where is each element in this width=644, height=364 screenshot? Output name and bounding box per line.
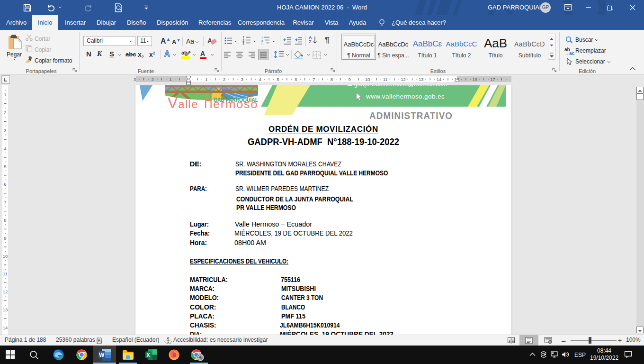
- svg-text:13: 13: [419, 77, 424, 82]
- svg-text:9: 9: [349, 77, 351, 82]
- svg-text:11: 11: [3, 271, 8, 276]
- svg-text:1: 1: [170, 77, 172, 82]
- svg-text:3: 3: [4, 128, 6, 133]
- svg-text:2: 2: [223, 77, 225, 82]
- svg-text:4: 4: [259, 77, 261, 82]
- svg-text:12: 12: [3, 289, 8, 294]
- svg-text:8: 8: [331, 77, 333, 82]
- svg-text:6: 6: [295, 77, 297, 82]
- svg-text:5: 5: [4, 164, 6, 169]
- svg-text:1: 1: [4, 92, 6, 97]
- svg-text:x: x: [100, 340, 102, 344]
- svg-text:H: H: [204, 89, 213, 113]
- svg-text:6: 6: [4, 182, 6, 187]
- svg-text:14: 14: [3, 325, 8, 330]
- svg-text:10: 10: [3, 254, 8, 259]
- svg-text:1: 1: [205, 77, 207, 82]
- svg-text:W: W: [99, 352, 105, 358]
- svg-text:11: 11: [383, 77, 388, 82]
- svg-text:9: 9: [4, 236, 6, 241]
- svg-text:5: 5: [277, 77, 279, 82]
- svg-text:10: 10: [365, 77, 370, 82]
- svg-text:17: 17: [490, 77, 495, 82]
- svg-text:X: X: [147, 352, 150, 358]
- svg-text:www.vallehermoso.gob.ec: www.vallehermoso.gob.ec: [366, 93, 445, 100]
- svg-text:3: 3: [241, 77, 243, 82]
- svg-text:✉ gadpr.vallehermoso@hotmail.c: ✉ gadpr.vallehermoso@hotmail.com: [347, 85, 447, 88]
- svg-text:13: 13: [3, 307, 8, 312]
- svg-text:8: 8: [4, 218, 6, 223]
- svg-text:12: 12: [401, 77, 406, 82]
- svg-text:2: 2: [4, 110, 6, 115]
- svg-text:16: 16: [472, 77, 477, 82]
- svg-text:2: 2: [152, 77, 154, 82]
- svg-text:3: 3: [134, 77, 136, 82]
- svg-text:GAD PARROQUIAL: GAD PARROQUIAL: [214, 97, 258, 103]
- svg-text:7: 7: [313, 77, 315, 82]
- svg-text:7: 7: [4, 200, 6, 205]
- svg-text:4: 4: [4, 146, 6, 151]
- svg-text:14: 14: [437, 77, 442, 82]
